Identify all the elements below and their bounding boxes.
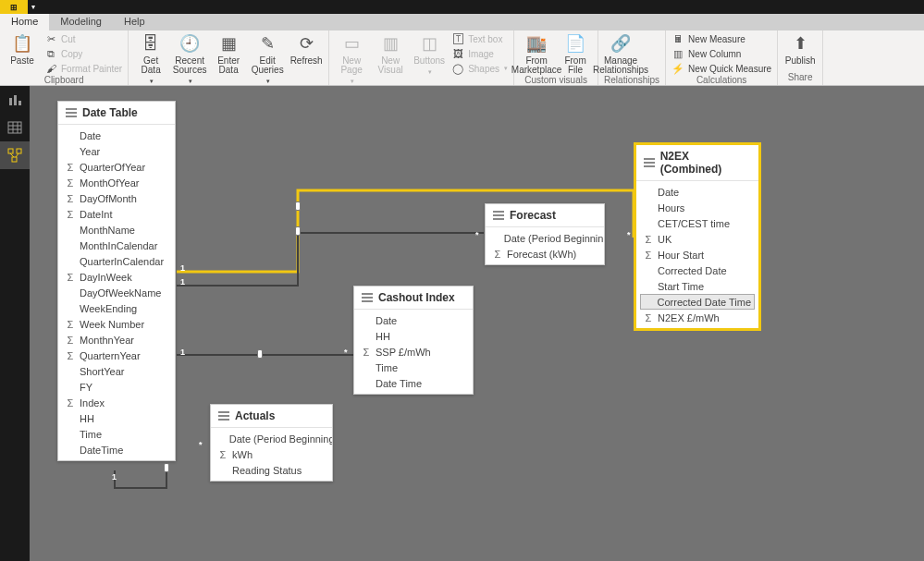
sigma-icon: Σ xyxy=(66,319,75,330)
field-hh[interactable]: ΣHH xyxy=(58,410,175,426)
field-dayofweekname[interactable]: ΣDayOfWeekName xyxy=(58,285,175,300)
tab-help[interactable]: Help xyxy=(113,14,156,30)
new-quick-measure-button[interactable]: ⚡New Quick Measure xyxy=(671,62,771,75)
field-year[interactable]: ΣYear xyxy=(58,143,175,159)
field-date[interactable]: ΣDate xyxy=(354,312,473,328)
field-date-period-beginning-[interactable]: ΣDate (Period Beginning) xyxy=(211,431,332,446)
field-fy[interactable]: ΣFY xyxy=(58,379,175,395)
field-time[interactable]: ΣTime xyxy=(58,426,175,442)
new-visual-button[interactable]: ▥New Visual xyxy=(374,32,407,75)
field-start-time[interactable]: ΣStart Time xyxy=(636,278,758,294)
table-cashout-index[interactable]: Cashout Index ΣDateΣHHΣSSP £/mWhΣTimeΣDa… xyxy=(353,286,474,395)
table-actuals[interactable]: Actuals ΣDate (Period Beginning)ΣkWhΣRea… xyxy=(210,404,333,482)
svg-rect-10 xyxy=(12,157,17,162)
field-list: ΣDateΣYearΣQuarterOfYearΣMonthOfYearΣDay… xyxy=(58,125,175,460)
field-corrected-date-time[interactable]: ΣCorrected Date Time xyxy=(640,294,755,310)
refresh-button[interactable]: ⟳Refresh xyxy=(290,32,323,66)
field-monthnyear[interactable]: ΣMonthnYear xyxy=(58,332,175,348)
marketplace-button[interactable]: 🏬From Marketplace xyxy=(520,32,553,75)
tab-modeling[interactable]: Modeling xyxy=(49,14,113,30)
field-week-number[interactable]: ΣWeek Number xyxy=(58,316,175,332)
field-monthofyear[interactable]: ΣMonthOfYear xyxy=(58,175,175,190)
field-date-period-beginning-[interactable]: ΣDate (Period Beginning) xyxy=(486,230,604,246)
field-weekending[interactable]: ΣWeekEnding xyxy=(58,300,175,316)
field-list: ΣDateΣHHΣSSP £/mWhΣTimeΣDate Time xyxy=(354,310,473,394)
field-monthname[interactable]: ΣMonthName xyxy=(58,222,175,238)
image-button[interactable]: 🖼Image xyxy=(451,47,508,60)
field-label: MonthnYear xyxy=(80,335,134,346)
publish-button[interactable]: ⬆Publish xyxy=(783,32,817,66)
field-quarterincalendar[interactable]: ΣQuarterInCalendar xyxy=(58,253,175,269)
report-view-button[interactable] xyxy=(0,86,30,114)
copy-button[interactable]: ⧉Copy xyxy=(44,47,122,60)
cardinality-one: 1 xyxy=(180,277,185,287)
field-shortyear[interactable]: ΣShortYear xyxy=(58,363,175,379)
cardinality-many: * xyxy=(475,230,479,239)
table-header[interactable]: N2EX (Combined) xyxy=(636,145,758,181)
edit-queries-button[interactable]: ✎Edit Queries▾ xyxy=(251,32,284,86)
table-forecast[interactable]: Forecast ΣDate (Period Beginning)ΣForeca… xyxy=(485,203,605,265)
cut-button[interactable]: ✂Cut xyxy=(44,32,122,45)
buttons-icon: ◫ xyxy=(418,32,440,55)
field-time[interactable]: ΣTime xyxy=(354,360,473,375)
from-file-button[interactable]: 📄From File xyxy=(559,32,592,75)
format-painter-button[interactable]: 🖌Format Painter xyxy=(44,62,122,75)
field-hours[interactable]: ΣHours xyxy=(636,200,758,215)
field-dateint[interactable]: ΣDateInt xyxy=(58,206,175,222)
field-datetime[interactable]: ΣDateTime xyxy=(58,442,175,457)
field-label: Start Time xyxy=(658,281,704,292)
brush-icon: 🖌 xyxy=(44,62,57,75)
column-icon: ▥ xyxy=(671,47,684,60)
group-custom-visuals: 🏬From Marketplace 📄From File Custom visu… xyxy=(514,30,598,85)
field-label: DateTime xyxy=(80,445,123,456)
field-date-time[interactable]: ΣDate Time xyxy=(354,375,473,391)
field-corrected-date[interactable]: ΣCorrected Date xyxy=(636,262,758,278)
field-hour-start[interactable]: ΣHour Start xyxy=(636,247,758,262)
enter-data-button[interactable]: ▦Enter Data xyxy=(212,32,245,75)
field-ssp-mwh[interactable]: ΣSSP £/mWh xyxy=(354,344,473,360)
paste-button[interactable]: 📋 Paste xyxy=(6,32,39,66)
field-hh[interactable]: ΣHH xyxy=(354,328,473,344)
field-date[interactable]: ΣDate xyxy=(636,184,758,200)
filter-direction-icon xyxy=(295,226,301,236)
field-index[interactable]: ΣIndex xyxy=(58,395,175,410)
field-monthincalendar[interactable]: ΣMonthInCalendar xyxy=(58,238,175,253)
qat-dropdown[interactable]: ▾ xyxy=(28,0,39,14)
table-header[interactable]: Cashout Index xyxy=(354,287,473,310)
shapes-button[interactable]: ◯Shapes▾ xyxy=(451,62,508,75)
field-dayinweek[interactable]: ΣDayInWeek xyxy=(58,269,175,285)
field-uk[interactable]: ΣUK xyxy=(636,231,758,247)
table-n2ex-combined[interactable]: N2EX (Combined) ΣDateΣHoursΣCET/CEST tim… xyxy=(634,143,760,330)
table-header[interactable]: Date Table xyxy=(58,102,175,125)
model-view-button[interactable] xyxy=(0,141,30,169)
field-n2ex-mwh[interactable]: ΣN2EX £/mWh xyxy=(636,310,758,325)
get-data-button[interactable]: 🗄Get Data▾ xyxy=(134,32,167,86)
table-header[interactable]: Forecast xyxy=(486,204,604,227)
recent-sources-button[interactable]: 🕘Recent Sources▾ xyxy=(173,32,206,86)
field-label: Date xyxy=(658,187,679,198)
new-page-button[interactable]: ▭New Page▾ xyxy=(335,32,368,86)
textbox-button[interactable]: 🅃Text box xyxy=(451,32,508,45)
buttons-button[interactable]: ◫Buttons▾ xyxy=(413,32,446,77)
field-label: DayOfWeekName xyxy=(80,287,161,299)
field-forecast-kwh-[interactable]: ΣForecast (kWh) xyxy=(486,246,604,262)
sigma-icon: Σ xyxy=(66,272,75,283)
table-header[interactable]: Actuals xyxy=(211,405,332,428)
field-reading-status[interactable]: ΣReading Status xyxy=(211,462,332,478)
field-date[interactable]: ΣDate xyxy=(58,128,175,143)
sigma-icon: Σ xyxy=(66,177,75,189)
model-canvas[interactable]: 1 1 1 1 * * * * Date Table ΣDateΣYearΣQu… xyxy=(30,86,924,561)
table-date[interactable]: Date Table ΣDateΣYearΣQuarterOfYearΣMont… xyxy=(57,101,176,461)
field-cet-cest-time[interactable]: ΣCET/CEST time xyxy=(636,215,758,231)
manage-relationships-button[interactable]: 🔗Manage Relationships xyxy=(604,32,637,75)
field-quarternyear[interactable]: ΣQuarternYear xyxy=(58,348,175,363)
new-column-button[interactable]: ▥New Column xyxy=(671,47,771,60)
svg-rect-3 xyxy=(8,122,21,133)
data-view-button[interactable] xyxy=(0,114,30,141)
field-quarterofyear[interactable]: ΣQuarterOfYear xyxy=(58,159,175,175)
sigma-icon: Σ xyxy=(218,449,228,460)
field-dayofmonth[interactable]: ΣDayOfMonth xyxy=(58,190,175,206)
field-kwh[interactable]: ΣkWh xyxy=(211,446,332,462)
new-measure-button[interactable]: 🖩New Measure xyxy=(671,32,771,45)
tab-home[interactable]: Home xyxy=(0,14,49,30)
